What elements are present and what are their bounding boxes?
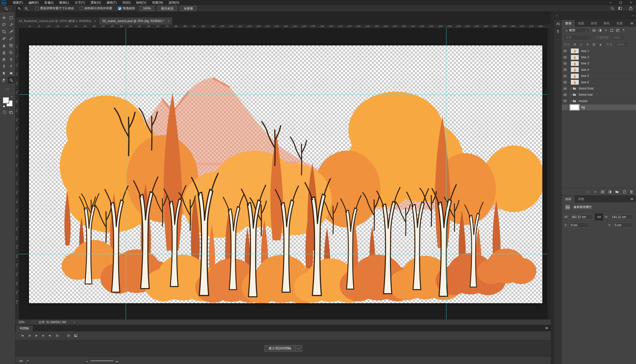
zoom-in-mode-button[interactable] — [16, 6, 23, 11]
tool-clone-stamp[interactable] — [1, 42, 7, 49]
visibility-eye-icon[interactable] — [563, 80, 567, 84]
guide-vertical-right[interactable] — [446, 28, 446, 319]
document-tab-1[interactable]: 03_scene_source.psd @ 25% (bg, RGB/8#) *… — [99, 17, 172, 25]
layer-row-tree-6[interactable]: tree 6 — [562, 79, 636, 85]
fit-screen-button[interactable]: 顯示全頁 — [158, 6, 177, 11]
screen-mode-button[interactable] — [9, 110, 13, 114]
create-video-timeline-button[interactable]: 建立視訊時間軸 — [264, 345, 296, 352]
foreground-color-swatch[interactable] — [3, 97, 9, 103]
tool-brush[interactable] — [8, 35, 15, 42]
add-layer-mask-button[interactable] — [601, 190, 605, 194]
height-field[interactable]: 141.11 cm — [610, 214, 633, 220]
link-dimensions-button[interactable] — [595, 213, 603, 220]
properties-panel-menu-icon[interactable] — [630, 197, 634, 201]
layer-thumbnail[interactable] — [571, 48, 579, 53]
go-to-first-frame-button[interactable] — [19, 333, 26, 339]
opacity-field[interactable]: 100% ⌄ — [611, 35, 624, 40]
flatten-frames-icon[interactable] — [26, 359, 30, 363]
layer-row-bg[interactable]: bg — [562, 104, 636, 111]
menu-item-3[interactable]: 圖層(L) — [56, 0, 72, 5]
tool-move[interactable] — [1, 14, 7, 21]
tool-rectangle[interactable] — [8, 70, 15, 76]
tool-magic-wand[interactable] — [8, 21, 15, 28]
canvas-viewport[interactable] — [19, 28, 547, 319]
pixel-layer-filter-button[interactable] — [591, 28, 597, 33]
menu-item-2[interactable]: 影像(I) — [42, 0, 56, 5]
lock-transparency-icon[interactable] — [572, 42, 577, 47]
layer-visibility-toggle[interactable] — [562, 104, 568, 110]
smart-object-filter-button[interactable] — [615, 28, 621, 33]
layer-row-tree-4[interactable]: tree 4 — [562, 67, 636, 73]
checkbox[interactable] — [118, 7, 121, 10]
timeline-zoom-track[interactable] — [90, 360, 113, 361]
layer-thumbnail[interactable] — [570, 105, 579, 110]
x-field[interactable]: 0 cm — [569, 222, 590, 228]
active-tool-preview[interactable]: ⌄ — [2, 5, 13, 12]
group-expander-icon[interactable]: › — [571, 99, 572, 103]
tool-rectangular-marquee[interactable] — [8, 14, 15, 21]
option-checkbox-1[interactable]: 縮放顯示所有的視窗 — [80, 6, 112, 11]
quick-mask-button[interactable] — [2, 110, 7, 114]
swap-colors-icon[interactable] — [10, 95, 13, 99]
visibility-eye-icon[interactable] — [563, 55, 567, 59]
guide-vertical-left[interactable] — [126, 28, 126, 319]
tool-paint-bucket[interactable] — [8, 49, 15, 56]
menu-item-7[interactable]: 3D(D) — [120, 0, 133, 5]
guide-horizontal-bottom[interactable] — [19, 254, 547, 254]
mute-audio-button[interactable] — [47, 333, 54, 339]
edit-toolbar-button[interactable] — [4, 86, 11, 92]
layer-thumbnail[interactable] — [571, 67, 579, 72]
go-to-next-frame-button[interactable] — [40, 333, 47, 339]
play-button[interactable] — [33, 333, 40, 339]
link-layers-button[interactable] — [586, 190, 590, 194]
visibility-eye-icon[interactable] — [563, 68, 567, 72]
menu-item-10[interactable]: 說明(H) — [166, 0, 182, 5]
minimize-button[interactable] — [605, 0, 615, 5]
visibility-eye-icon[interactable] — [563, 74, 567, 78]
close-button[interactable]: × — [626, 0, 636, 5]
layer-visibility-toggle[interactable] — [562, 67, 568, 73]
visibility-eye-icon[interactable] — [563, 93, 567, 97]
layer-row-tree-5[interactable]: tree 5 — [562, 73, 636, 79]
layer-visibility-toggle[interactable] — [562, 61, 568, 66]
option-checkbox-0[interactable]: 重新調整視窗尺寸以相合 — [35, 6, 74, 11]
tab-layers[interactable]: 圖層 — [562, 20, 575, 27]
y-field[interactable]: 0 cm — [613, 222, 633, 228]
visibility-eye-icon[interactable] — [563, 87, 567, 91]
layer-visibility-toggle[interactable] — [562, 73, 568, 79]
tool-path-selection[interactable] — [1, 70, 7, 76]
close-tab-icon[interactable]: × — [94, 19, 96, 23]
layer-row-tree-1[interactable]: tree 1 — [562, 48, 636, 54]
share-button[interactable] — [629, 6, 633, 11]
menu-item-9[interactable]: 視窗(W) — [149, 0, 166, 5]
paragraph-panel-button[interactable]: ¶ — [554, 28, 562, 35]
group-expander-icon[interactable]: › — [571, 87, 572, 90]
lock-position-icon[interactable] — [585, 42, 590, 47]
tab-color[interactable]: 顏色 — [600, 20, 613, 27]
tab-channels[interactable]: 色版 — [575, 20, 588, 27]
vertical-scrollbar[interactable] — [547, 28, 551, 319]
go-to-previous-frame-button[interactable] — [26, 333, 33, 339]
guide-horizontal-top[interactable] — [19, 94, 547, 95]
checkbox[interactable] — [35, 7, 39, 10]
character-panel-button[interactable]: A| — [554, 20, 562, 28]
menu-item-1[interactable]: 編輯(E) — [26, 0, 42, 5]
transition-button[interactable] — [72, 333, 79, 339]
layer-thumbnail[interactable] — [571, 80, 579, 85]
search-button[interactable] — [610, 6, 614, 11]
tab-adjustments[interactable]: 調整 — [575, 196, 588, 202]
ruler-corner[interactable] — [15, 25, 19, 28]
tool-eyedropper[interactable] — [8, 28, 15, 35]
lock-all-icon[interactable] — [598, 42, 603, 47]
vertical-ruler[interactable]: 0510152025303540455055606570758085909510… — [15, 28, 19, 319]
adjustment-layer-filter-button[interactable] — [597, 28, 603, 33]
zoom-out-mode-button[interactable] — [23, 6, 30, 11]
lock-artboard-icon[interactable] — [592, 42, 596, 47]
collapse-strip-icon[interactable]: « — [556, 14, 557, 17]
tool-zoom[interactable] — [8, 77, 15, 83]
close-tab-icon[interactable]: × — [168, 19, 170, 23]
document-tab-0[interactable]: 04_flowertree_source.psd @ 100% (圖層 1, R… — [15, 17, 99, 25]
filter-toggle-button[interactable] — [621, 28, 627, 33]
layer-visibility-toggle[interactable] — [562, 54, 568, 60]
menu-item-4[interactable]: 文字(Y) — [72, 0, 88, 5]
